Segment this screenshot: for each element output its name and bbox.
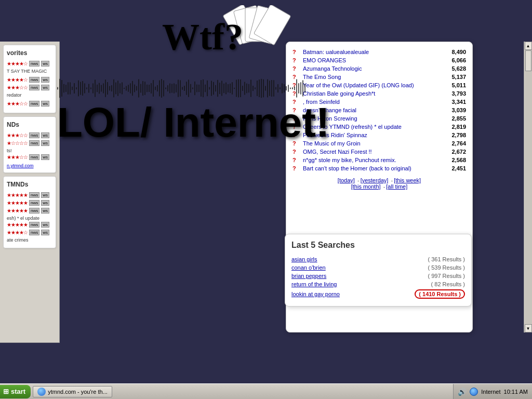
- svg-rect-76: [203, 79, 204, 97]
- svg-rect-118: [290, 88, 291, 89]
- taskbar: ⊞ start ytmnd.com - you're th... 🔊 Inter…: [0, 383, 532, 399]
- star-rating: ★★★★☆: [7, 77, 28, 83]
- svg-rect-121: [296, 79, 297, 97]
- svg-rect-115: [284, 84, 285, 92]
- scrollbar[interactable]: ▲ ▼: [524, 42, 532, 332]
- clock: 10:11 AM: [504, 389, 528, 395]
- this-week-link[interactable]: [this week]: [394, 177, 421, 183]
- list-item: ★★★★★ nws ws: [7, 222, 52, 228]
- ws-tag[interactable]: ws: [41, 200, 49, 206]
- svg-rect-122: [298, 83, 299, 94]
- svg-rect-107: [267, 79, 268, 98]
- svg-rect-12: [70, 82, 71, 94]
- start-button[interactable]: ⊞ start: [0, 385, 31, 398]
- svg-rect-65: [180, 80, 181, 96]
- search-term[interactable]: return of the living: [291, 281, 337, 287]
- this-month-link[interactable]: [this month]: [351, 183, 381, 190]
- search-term[interactable]: asian girls: [291, 256, 317, 262]
- nws-tag[interactable]: nws: [29, 101, 39, 107]
- nws-tag[interactable]: nws: [29, 132, 39, 138]
- nws-tag[interactable]: nws: [29, 154, 39, 160]
- svg-rect-66: [182, 87, 183, 90]
- ytmnds-section: TMNDs ★★★★★ nws ws ★★★★★ nws ws ★★★★★ nw…: [3, 176, 56, 248]
- nds-section: NDs ★★★☆☆ nws ws ★☆☆☆☆ nws ws ts! ★★★☆☆ …: [3, 116, 56, 173]
- internet-label: Internet: [481, 389, 500, 395]
- ws-tag[interactable]: ws: [41, 230, 49, 235]
- yesterday-link[interactable]: [yesterday]: [361, 177, 389, 183]
- nds-link[interactable]: n.ytmnd.com: [7, 163, 34, 168]
- nws-tag[interactable]: nws: [29, 85, 39, 90]
- nws-tag[interactable]: nws: [29, 222, 39, 228]
- nds-title: NDs: [7, 121, 52, 128]
- svg-rect-114: [282, 84, 283, 94]
- question-mark: ?: [292, 165, 300, 172]
- svg-rect-99: [250, 79, 251, 97]
- svg-rect-124: [302, 80, 303, 96]
- trending-title[interactable]: OMG, Secret Nazi Forest !!: [301, 148, 440, 155]
- trending-title[interactable]: Bart can't stop the Homer (back to origi…: [301, 165, 440, 172]
- trending-count: 2,451: [441, 165, 466, 172]
- svg-rect-89: [230, 84, 231, 93]
- ws-tag[interactable]: ws: [41, 208, 49, 214]
- list-item: ★★★☆☆ nws ws: [7, 132, 52, 138]
- ws-tag[interactable]: ws: [41, 85, 49, 90]
- star-rating: ★★★★★: [7, 222, 28, 228]
- svg-rect-25: [97, 85, 98, 92]
- sound-icon: 🔊: [458, 388, 467, 396]
- nws-tag[interactable]: nws: [29, 140, 39, 146]
- nws-tag[interactable]: nws: [29, 208, 39, 214]
- nws-tag[interactable]: nws: [29, 200, 39, 206]
- svg-rect-68: [186, 82, 187, 95]
- svg-text:Wtf?: Wtf?: [162, 16, 243, 57]
- browser-taskbar-button[interactable]: ytmnd.com - you're th...: [33, 386, 112, 397]
- star-rating: ★☆☆☆☆: [7, 140, 28, 146]
- svg-rect-40: [128, 85, 129, 91]
- all-time-link[interactable]: [all time]: [386, 183, 407, 190]
- lol-internet-overlay: LOL/ Internet!: [57, 68, 329, 147]
- today-link[interactable]: [today]: [338, 177, 355, 183]
- list-item: T SAY THE MAGIC: [7, 69, 52, 75]
- ws-tag[interactable]: ws: [41, 101, 49, 107]
- search-term[interactable]: lookin at gay porno: [291, 291, 340, 297]
- nws-tag[interactable]: nws: [29, 230, 39, 235]
- trending-count: 3,341: [441, 98, 466, 105]
- svg-rect-35: [117, 81, 118, 96]
- searches-title: Last 5 Searches: [291, 241, 465, 250]
- trending-title[interactable]: n*gg* stole my bike, Punchout remix.: [301, 156, 440, 164]
- svg-rect-109: [271, 80, 272, 97]
- trending-count: 2,819: [441, 123, 466, 130]
- trending-row: ? n*gg* stole my bike, Punchout remix. 2…: [292, 156, 466, 164]
- left-panel: vorites ★★★★☆ nws ws T SAY THE MAGIC ★★★…: [0, 42, 60, 343]
- scroll-down-button[interactable]: ▼: [525, 324, 532, 332]
- list-item: ★★★☆☆ nws ws: [7, 85, 52, 90]
- ws-tag[interactable]: ws: [41, 154, 49, 160]
- svg-rect-31: [109, 86, 110, 91]
- svg-rect-110: [273, 80, 274, 96]
- search-result-count: ( 997 Results ): [428, 273, 465, 279]
- svg-rect-14: [74, 83, 75, 94]
- star-rating: ★★★☆☆: [7, 154, 28, 160]
- nws-tag[interactable]: nws: [29, 77, 39, 83]
- svg-rect-57: [163, 81, 164, 97]
- ws-tag[interactable]: ws: [41, 140, 49, 146]
- ws-tag[interactable]: ws: [41, 77, 49, 83]
- svg-rect-58: [165, 87, 166, 89]
- nws-tag[interactable]: nws: [29, 192, 39, 198]
- list-item: ★★★★★ nws ws: [7, 208, 52, 214]
- search-term[interactable]: brian peppers: [291, 273, 326, 279]
- ws-tag[interactable]: ws: [41, 132, 49, 138]
- svg-rect-108: [269, 81, 270, 96]
- svg-rect-92: [236, 80, 237, 97]
- svg-rect-103: [259, 79, 260, 97]
- svg-rect-61: [171, 84, 172, 92]
- svg-rect-113: [280, 87, 281, 89]
- svg-rect-105: [263, 79, 264, 98]
- ws-tag[interactable]: ws: [41, 222, 49, 228]
- system-tray: 🔊 Internet 10:11 AM: [453, 384, 532, 399]
- ws-tag[interactable]: ws: [41, 192, 49, 198]
- search-term[interactable]: conan o'brien: [291, 264, 326, 271]
- svg-rect-11: [68, 82, 69, 94]
- search-result-count: ( 361 Results ): [428, 256, 465, 262]
- list-item: ★★★★★ nws ws: [7, 192, 52, 198]
- svg-rect-98: [248, 84, 249, 93]
